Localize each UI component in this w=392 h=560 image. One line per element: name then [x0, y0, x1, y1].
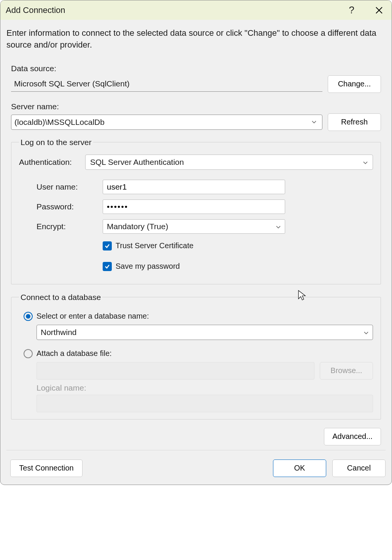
database-name-value: Northwind — [41, 328, 77, 337]
dialog-footer: Test Connection OK Cancel — [0, 458, 392, 485]
database-name-combo[interactable]: Northwind — [37, 325, 373, 340]
database-legend: Connect to a database — [19, 293, 102, 302]
test-connection-button[interactable]: Test Connection — [10, 459, 83, 477]
select-database-label: Select or enter a database name: — [37, 312, 149, 321]
separator — [6, 450, 386, 450]
logical-name-input — [37, 395, 373, 412]
titlebar: Add Connection ? — [0, 0, 392, 20]
username-label: User name: — [37, 182, 97, 191]
encrypt-value: Mandatory (True) — [107, 222, 168, 231]
database-group: Connect to a database Select or enter a … — [11, 293, 381, 420]
encrypt-label: Encrypt: — [37, 222, 97, 231]
username-input[interactable] — [103, 180, 285, 194]
password-input[interactable] — [103, 199, 285, 214]
browse-button: Browse... — [320, 362, 373, 380]
password-label: Password: — [37, 202, 97, 211]
attach-database-radio[interactable] — [24, 349, 33, 358]
select-database-radio[interactable] — [24, 312, 33, 321]
logon-legend: Log on to the server — [19, 138, 93, 147]
encrypt-combo[interactable]: Mandatory (True) — [103, 219, 285, 234]
authentication-label: Authentication: — [19, 158, 80, 167]
add-connection-dialog: Add Connection ? Enter information to co… — [0, 0, 392, 485]
chevron-down-icon — [363, 158, 368, 167]
cancel-button[interactable]: Cancel — [332, 459, 386, 477]
authentication-value: SQL Server Authentication — [90, 158, 184, 167]
help-icon[interactable]: ? — [347, 4, 357, 16]
data-source-value: Microsoft SQL Server (SqlClient) — [11, 77, 322, 92]
advanced-button[interactable]: Advanced... — [324, 428, 381, 445]
change-button[interactable]: Change... — [328, 75, 381, 93]
chevron-down-icon — [276, 222, 281, 231]
dialog-title: Add Connection — [6, 5, 347, 15]
attach-database-label: Attach a database file: — [37, 349, 112, 358]
logon-group: Log on to the server Authentication: SQL… — [11, 138, 381, 284]
server-name-combo[interactable]: (localdb)\MSSQLLocalDb — [11, 115, 322, 130]
server-name-label: Server name: — [11, 102, 381, 111]
save-password-checkbox[interactable] — [103, 262, 112, 271]
select-database-radio-row[interactable]: Select or enter a database name: — [24, 312, 373, 321]
trust-certificate-checkbox[interactable] — [103, 241, 112, 250]
data-source-label: Data source: — [11, 64, 381, 73]
authentication-combo[interactable]: SQL Server Authentication — [85, 155, 373, 170]
trust-certificate-label: Trust Server Certificate — [116, 241, 194, 250]
attach-file-input — [37, 362, 314, 380]
ok-button[interactable]: OK — [273, 459, 326, 477]
chevron-down-icon — [363, 328, 369, 337]
chevron-down-icon — [311, 119, 319, 125]
intro-text: Enter information to connect to the sele… — [6, 27, 386, 51]
server-name-value: (localdb)\MSSQLLocalDb — [14, 118, 105, 127]
refresh-button[interactable]: Refresh — [328, 113, 381, 131]
logical-name-label: Logical name: — [37, 383, 373, 392]
save-password-label: Save my password — [116, 262, 180, 271]
attach-database-radio-row[interactable]: Attach a database file: — [24, 349, 373, 358]
close-icon[interactable] — [373, 5, 385, 16]
